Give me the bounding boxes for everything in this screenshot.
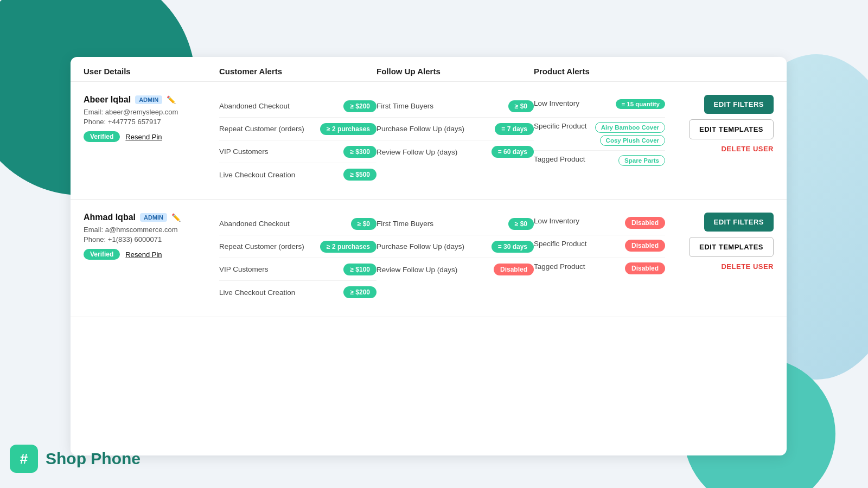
customer-alert-value-1-3: ≥ $200 bbox=[343, 286, 376, 298]
logo-bar: # Shop Phone bbox=[10, 445, 141, 473]
user-name-1: Ahmad Iqbal ADMIN ✏️ bbox=[84, 213, 219, 222]
admin-badge-0: ADMIN bbox=[135, 95, 162, 104]
logo-icon: # bbox=[10, 445, 38, 473]
followup-alert-item-1-2: Review Follow Up (days) Disabled bbox=[376, 258, 534, 281]
edit-icon-1[interactable]: ✏️ bbox=[171, 213, 181, 222]
product-tag-0-1-1: Cosy Plush Cover bbox=[600, 135, 665, 146]
customer-alert-label-1-1: Repeat Customer (orders) bbox=[219, 242, 304, 251]
user-name-0: Abeer Iqbal ADMIN ✏️ bbox=[84, 95, 219, 105]
product-alert-label-0-0: Low Inventory bbox=[534, 99, 579, 107]
followup-alert-value-0-1: = 7 days bbox=[495, 123, 534, 135]
user-phone-0: Phone: +447775 657917 bbox=[84, 118, 219, 126]
edit-templates-btn-0[interactable]: EDIT TEMPLATES bbox=[689, 119, 774, 139]
product-alert-label-0-2: Tagged Product bbox=[534, 155, 585, 163]
verified-badge-0: Verified bbox=[84, 131, 120, 142]
edit-icon-0[interactable]: ✏️ bbox=[167, 95, 176, 104]
user-row-0: Abeer Iqbal ADMIN ✏️ Email: abeer@remysl… bbox=[71, 82, 787, 200]
followup-alerts-1: First Time Buyers ≥ $0 Purchase Follow U… bbox=[376, 213, 534, 281]
product-alert-item-0-2: Tagged Product Spare Parts bbox=[534, 151, 665, 174]
user-details-1: Ahmad Iqbal ADMIN ✏️ Email: a@hmscommerc… bbox=[84, 213, 219, 260]
customer-alert-item-0-0: Abandoned Checkout ≥ $200 bbox=[219, 95, 376, 118]
customer-alert-item-1-2: VIP Customers ≥ $100 bbox=[219, 258, 376, 281]
main-card: User Details Customer Alerts Follow Up A… bbox=[71, 57, 787, 455]
followup-alert-value-1-2: Disabled bbox=[494, 264, 534, 275]
customer-alerts-1: Abandoned Checkout ≥ $0 Repeat Customer … bbox=[219, 213, 376, 304]
user-email-1: Email: a@hmscommerce.com bbox=[84, 226, 219, 234]
product-alert-label-0-1: Specific Product bbox=[534, 122, 587, 130]
followup-alert-value-1-1: = 30 days bbox=[492, 241, 534, 253]
product-alert-item-0-1: Specific Product Airy Bamboo CoverCosy P… bbox=[534, 118, 665, 151]
followup-alert-value-0-2: = 60 days bbox=[492, 146, 534, 158]
customer-alert-item-0-1: Repeat Customer (orders) ≥ 2 purchases bbox=[219, 118, 376, 140]
verified-badge-1: Verified bbox=[84, 249, 120, 260]
followup-alert-item-1-0: First Time Buyers ≥ $0 bbox=[376, 213, 534, 235]
customer-alert-value-0-2: ≥ $300 bbox=[343, 146, 376, 158]
followup-alert-label-0-2: Review Follow Up (days) bbox=[376, 148, 457, 156]
product-tag-0-2-0: Spare Parts bbox=[618, 155, 665, 166]
followup-alert-label-0-0: First Time Buyers bbox=[376, 102, 433, 110]
header-followup-alerts: Follow Up Alerts bbox=[376, 67, 534, 76]
delete-user-btn-1[interactable]: DELETE USER bbox=[721, 262, 774, 271]
followup-alert-item-0-2: Review Follow Up (days) = 60 days bbox=[376, 140, 534, 163]
product-tag-0-1-0: Airy Bamboo Cover bbox=[595, 122, 665, 133]
customer-alert-label-1-0: Abandoned Checkout bbox=[219, 220, 290, 228]
product-tags-1-2: Disabled bbox=[625, 262, 665, 274]
customer-alert-label-0-1: Repeat Customer (orders) bbox=[219, 125, 304, 133]
user-badges-0: Verified Resend Pin bbox=[84, 131, 219, 142]
followup-alert-label-1-0: First Time Buyers bbox=[376, 220, 433, 228]
followup-alert-item-1-1: Purchase Follow Up (days) = 30 days bbox=[376, 235, 534, 258]
user-phone-1: Phone: +1(833) 6000071 bbox=[84, 235, 219, 243]
edit-templates-btn-1[interactable]: EDIT TEMPLATES bbox=[689, 237, 774, 257]
customer-alert-value-0-1: ≥ 2 purchases bbox=[320, 123, 376, 135]
product-tags-1-0: Disabled bbox=[625, 217, 665, 229]
user-badges-1: Verified Resend Pin bbox=[84, 249, 219, 260]
customer-alert-label-0-2: VIP Customers bbox=[219, 147, 269, 156]
logo-text: Shop Phone bbox=[46, 450, 141, 468]
customer-alert-label-1-3: Live Checkout Creation bbox=[219, 288, 295, 297]
customer-alert-item-0-2: VIP Customers ≥ $300 bbox=[219, 140, 376, 163]
product-tags-0-0: = 15 quantity bbox=[616, 99, 665, 109]
product-alert-item-1-0: Low Inventory Disabled bbox=[534, 213, 665, 235]
customer-alert-value-1-1: ≥ 2 purchases bbox=[320, 241, 376, 253]
product-tags-1-1: Disabled bbox=[625, 240, 665, 252]
product-alerts-1: Low Inventory Disabled Specific Product … bbox=[534, 213, 665, 281]
customer-alert-value-1-0: ≥ $0 bbox=[351, 218, 376, 230]
followup-alert-item-0-1: Purchase Follow Up (days) = 7 days bbox=[376, 118, 534, 140]
header-customer-alerts: Customer Alerts bbox=[219, 67, 376, 76]
edit-filters-btn-1[interactable]: EDIT FILTERS bbox=[704, 213, 774, 232]
product-alert-label-1-0: Low Inventory bbox=[534, 217, 579, 225]
product-alert-label-1-1: Specific Product bbox=[534, 240, 587, 248]
followup-alert-label-1-2: Review Follow Up (days) bbox=[376, 266, 457, 274]
customer-alert-label-0-3: Live Checkout Creation bbox=[219, 171, 295, 179]
product-alert-item-1-1: Specific Product Disabled bbox=[534, 235, 665, 258]
product-tags-0-1: Airy Bamboo CoverCosy Plush Cover bbox=[595, 122, 665, 146]
product-tag-1-2-0: Disabled bbox=[625, 262, 665, 274]
resend-pin-1[interactable]: Resend Pin bbox=[125, 251, 162, 259]
followup-alert-value-1-0: ≥ $0 bbox=[508, 218, 534, 230]
action-col-1: EDIT FILTERS EDIT TEMPLATES DELETE USER bbox=[665, 213, 774, 271]
user-row-1: Ahmad Iqbal ADMIN ✏️ Email: a@hmscommerc… bbox=[71, 200, 787, 317]
followup-alert-value-0-0: ≥ $0 bbox=[508, 100, 534, 112]
user-email-0: Email: abeer@remysleep.com bbox=[84, 108, 219, 116]
product-tags-0-2: Spare Parts bbox=[618, 155, 665, 166]
customer-alerts-0: Abandoned Checkout ≥ $200 Repeat Custome… bbox=[219, 95, 376, 186]
product-alerts-0: Low Inventory = 15 quantity Specific Pro… bbox=[534, 95, 665, 174]
customer-alert-label-1-2: VIP Customers bbox=[219, 265, 269, 273]
product-tag-1-1-0: Disabled bbox=[625, 240, 665, 252]
action-col-0: EDIT FILTERS EDIT TEMPLATES DELETE USER bbox=[665, 95, 774, 153]
admin-badge-1: ADMIN bbox=[140, 213, 167, 222]
followup-alert-label-1-1: Purchase Follow Up (days) bbox=[376, 242, 464, 251]
product-alert-label-1-2: Tagged Product bbox=[534, 262, 585, 271]
edit-filters-btn-0[interactable]: EDIT FILTERS bbox=[704, 95, 774, 114]
product-tag-0-0-0: = 15 quantity bbox=[616, 99, 665, 109]
header-actions bbox=[665, 67, 774, 76]
product-alert-item-1-2: Tagged Product Disabled bbox=[534, 258, 665, 281]
followup-alerts-0: First Time Buyers ≥ $0 Purchase Follow U… bbox=[376, 95, 534, 163]
followup-alert-label-0-1: Purchase Follow Up (days) bbox=[376, 125, 464, 133]
customer-alert-value-0-3: ≥ $500 bbox=[343, 169, 376, 181]
delete-user-btn-0[interactable]: DELETE USER bbox=[721, 145, 774, 153]
product-alert-item-0-0: Low Inventory = 15 quantity bbox=[534, 95, 665, 118]
resend-pin-0[interactable]: Resend Pin bbox=[125, 133, 162, 141]
users-container: Abeer Iqbal ADMIN ✏️ Email: abeer@remysl… bbox=[71, 82, 787, 317]
table-header: User Details Customer Alerts Follow Up A… bbox=[71, 57, 787, 82]
